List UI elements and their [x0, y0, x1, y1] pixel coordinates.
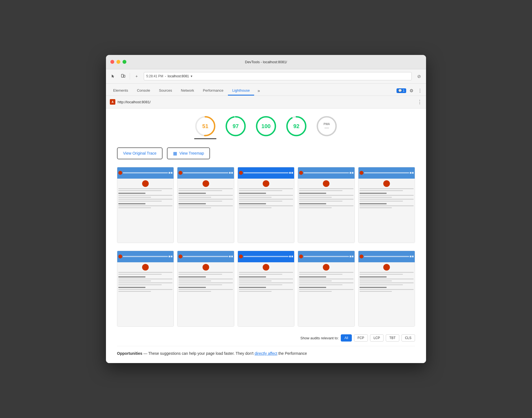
screenshot-9	[298, 251, 355, 327]
filter-lcp-button[interactable]: LCP	[370, 334, 384, 342]
device-toolbar-button[interactable]	[119, 72, 127, 81]
score-circle-100: 100	[255, 115, 277, 137]
score-value-100: 100	[261, 123, 270, 129]
tab-lighthouse[interactable]: Lighthouse	[228, 86, 254, 96]
filter-fcp-button[interactable]: FCP	[354, 334, 368, 342]
devtools-toolbar: + 5:28:41 PM - localhost:8081 ▾ ⊘	[106, 69, 426, 84]
score-best-practices: 100	[255, 115, 277, 139]
tab-sources[interactable]: Sources	[155, 86, 177, 96]
svg-rect-0	[121, 74, 123, 77]
tabs-right-controls: 💬 1 ⚙ ⋮	[397, 88, 423, 96]
tab-console[interactable]: Console	[132, 86, 155, 96]
view-treemap-label: View Treemap	[179, 151, 204, 155]
cursor-tool-button[interactable]	[109, 72, 118, 81]
score-circle-51: 51	[194, 115, 216, 137]
maximize-button[interactable]	[123, 60, 126, 64]
score-circle-97: 97	[225, 115, 247, 137]
score-underline	[194, 138, 216, 139]
toolbar-separator	[130, 73, 130, 80]
block-url-button[interactable]: ⊘	[414, 72, 423, 81]
add-icon: +	[135, 74, 138, 78]
screenshot-grid-row1	[117, 167, 415, 243]
url-dropdown-icon[interactable]: ▾	[191, 74, 192, 78]
more-tabs-button[interactable]: »	[254, 86, 263, 96]
opportunities-section: Opportunities — These suggestions can he…	[117, 346, 415, 356]
score-circle-92: 92	[285, 115, 307, 137]
treemap-icon: ▦	[173, 151, 177, 156]
url-more-options[interactable]: ⋮	[417, 99, 422, 105]
close-button[interactable]	[110, 60, 114, 64]
device-icon	[121, 74, 125, 78]
screenshot-5	[358, 167, 415, 243]
score-performance: 51	[194, 115, 216, 139]
lighthouse-scores: 51 97	[117, 115, 415, 139]
screenshot-3	[238, 167, 294, 243]
window-title: DevTools - localhost:8081/	[245, 60, 287, 64]
url-host: localhost:8081	[167, 74, 189, 78]
view-trace-button[interactable]: View Original Trace	[117, 147, 163, 159]
score-circle-pwa: PWA —	[316, 115, 338, 137]
screenshot-4	[298, 167, 355, 243]
screenshot-7	[177, 251, 234, 327]
url-info-bar: A http://localhost:8081/ ⋮	[106, 96, 426, 109]
view-trace-label: View Original Trace	[123, 151, 156, 155]
score-value-97: 97	[233, 123, 239, 129]
screenshot-2	[177, 167, 234, 243]
filter-all-button[interactable]: All	[341, 334, 352, 342]
screenshot-6	[117, 251, 174, 327]
action-buttons: View Original Trace ▦ View Treemap	[117, 147, 415, 159]
window-controls	[110, 60, 126, 64]
site-url: http://localhost:8081/	[118, 100, 151, 104]
badge-count: 1	[403, 89, 405, 92]
settings-button[interactable]: ⚙	[408, 88, 414, 94]
block-icon: ⊘	[417, 74, 421, 79]
url-time: 5:28:41 PM	[146, 74, 163, 78]
score-pwa: PWA —	[316, 115, 338, 139]
score-seo: 92	[285, 115, 307, 139]
score-accessibility: 97	[225, 115, 247, 139]
more-options-button[interactable]: ⋮	[417, 88, 423, 94]
opportunities-title-bold: Opportunities	[117, 351, 142, 356]
devtools-tabs: Elements Console Sources Network Perform…	[106, 84, 426, 96]
chat-icon: 💬	[398, 89, 402, 92]
url-bar[interactable]: 5:28:41 PM - localhost:8081 ▾	[144, 72, 412, 80]
screenshot-8	[238, 251, 294, 327]
opportunities-description: These suggestions can help your page loa…	[148, 351, 253, 356]
score-value-51: 51	[202, 123, 208, 129]
opportunities-suffix: the Performance	[278, 351, 307, 356]
view-treemap-button[interactable]: ▦ View Treemap	[167, 147, 210, 159]
screenshot-1	[117, 167, 174, 243]
main-content: 51 97	[106, 109, 426, 363]
tab-elements[interactable]: Elements	[109, 86, 132, 96]
screenshot-10	[358, 251, 415, 327]
directly-affect-link[interactable]: directly affect	[255, 351, 277, 356]
audit-filter: Show audits relevant to: All FCP LCP TBT…	[117, 334, 415, 342]
titlebar: DevTools - localhost:8081/	[106, 55, 426, 69]
audit-filter-label: Show audits relevant to:	[300, 336, 339, 340]
opportunities-text: Opportunities — These suggestions can he…	[117, 351, 415, 356]
score-value-92: 92	[293, 123, 299, 129]
cursor-icon	[111, 74, 115, 78]
filter-cls-button[interactable]: CLS	[401, 334, 415, 342]
notifications-badge[interactable]: 💬 1	[397, 88, 406, 93]
tab-network[interactable]: Network	[177, 86, 199, 96]
devtools-window: DevTools - localhost:8081/ + 5:28:41 PM …	[106, 55, 426, 363]
svg-rect-1	[124, 75, 125, 77]
minimize-button[interactable]	[116, 60, 120, 64]
opportunities-dash: —	[143, 351, 148, 356]
pwa-dash: —	[324, 125, 330, 130]
site-favicon: A	[110, 99, 115, 105]
favicon-text: A	[111, 100, 113, 104]
add-tab-button[interactable]: +	[132, 72, 141, 81]
tab-performance[interactable]: Performance	[198, 86, 228, 96]
filter-tbt-button[interactable]: TBT	[386, 334, 399, 342]
screenshot-grid-row2	[117, 251, 415, 327]
